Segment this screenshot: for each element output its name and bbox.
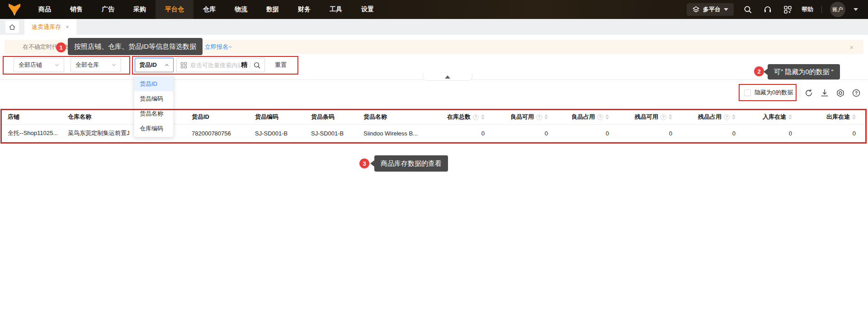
nav-item[interactable]: 销售 <box>61 0 92 19</box>
column-label: 良品可用 <box>510 113 534 121</box>
column-label: 在库总数 <box>447 113 471 121</box>
tab-close-icon[interactable]: × <box>66 23 69 30</box>
sort-icon[interactable] <box>852 114 856 120</box>
batch-search-box[interactable]: 精 <box>176 58 265 72</box>
col-warehouse-name[interactable]: 仓库名称 <box>61 110 129 124</box>
shop-select-value: 全部店铺 <box>19 61 42 69</box>
chevron-up-icon <box>165 63 169 67</box>
table-row[interactable]: 全托--Shop11025... 菜鸟东莞定制集运前置JI... 7820007… <box>1 125 867 142</box>
tooltip-text: 按照店铺、仓库、货品ID等信息筛选数据 <box>74 42 196 51</box>
apps-grid-icon[interactable] <box>782 4 793 15</box>
cell-item-code: SJ-SD001-B <box>249 125 305 142</box>
search-icon[interactable] <box>742 4 754 15</box>
annotation-tooltip-3: 商品库存数据的查看 <box>374 155 448 172</box>
reset-button[interactable]: 重置 <box>275 58 287 72</box>
sort-icon[interactable] <box>732 114 736 120</box>
cell-defect-occupied: 0 <box>680 125 744 142</box>
col-item-name[interactable]: 货品名称 <box>357 110 439 124</box>
col-item-code[interactable]: 货品编码 <box>249 110 305 124</box>
export-download-icon[interactable] <box>820 89 829 98</box>
sort-icon[interactable] <box>669 114 672 120</box>
account-button[interactable]: 账户 <box>830 2 845 17</box>
sort-icon[interactable] <box>788 114 792 120</box>
main-menu: 商品 销售 广告 采购 平台仓 仓库 物流 数据 财务 工具 设置 <box>29 0 383 19</box>
col-good-occupied[interactable]: 良品占用 ? <box>556 110 617 124</box>
nav-item[interactable]: 数据 <box>257 0 288 19</box>
col-defect-available[interactable]: 残品可用 ? <box>617 110 680 124</box>
sort-icon[interactable] <box>544 114 548 120</box>
help-icon[interactable]: ? <box>597 114 603 120</box>
refresh-icon[interactable] <box>804 89 813 98</box>
help-link[interactable]: 帮助 <box>802 5 813 14</box>
search-input[interactable] <box>190 62 240 69</box>
nav-item[interactable]: 工具 <box>320 0 352 19</box>
shop-select[interactable]: 全部店铺 <box>14 58 64 72</box>
nav-item[interactable]: 商品 <box>29 0 61 19</box>
inventory-table: 店铺 仓库名称 货品ID 货品编码 货品条码 货品名称 在库总数 ? 良品可用 … <box>1 110 867 142</box>
nav-item[interactable]: 设置 <box>352 0 383 19</box>
col-shop[interactable]: 店铺 <box>1 110 61 124</box>
divider <box>250 61 250 69</box>
cell-item-id: 782000780756 <box>185 125 249 142</box>
layers-icon <box>692 6 700 14</box>
dropdown-option[interactable]: 仓库编码 <box>134 121 173 136</box>
nav-item[interactable]: 财务 <box>288 0 320 19</box>
col-item-id[interactable]: 货品ID <box>185 110 249 124</box>
exact-match-toggle[interactable]: 精 <box>241 61 247 69</box>
banner-signup-link[interactable]: 立即报名~ <box>205 43 232 51</box>
col-good-available[interactable]: 良品可用 ? <box>493 110 556 124</box>
home-tab-button[interactable] <box>5 21 19 33</box>
cell-shop: 全托--Shop11025... <box>1 125 61 142</box>
cell-item-name: Siindoo Wireless B... <box>357 125 439 142</box>
nav-item[interactable]: 采购 <box>124 0 156 19</box>
nav-item-active[interactable]: 平台仓 <box>156 0 193 19</box>
chevron-down-icon <box>724 8 728 11</box>
chevron-down-icon <box>55 63 59 67</box>
col-total-stock[interactable]: 在库总数 ? <box>439 110 493 124</box>
help-icon[interactable]: ? <box>536 114 542 120</box>
help-icon[interactable]: ? <box>473 114 479 120</box>
col-item-barcode[interactable]: 货品条码 <box>305 110 357 124</box>
collapse-filter-handle[interactable] <box>423 73 472 81</box>
warehouse-select[interactable]: 全部仓库 <box>71 58 121 72</box>
tab-aliexpress-inventory[interactable]: 速卖通库存 × <box>24 19 76 35</box>
top-navbar: 商品 销售 广告 采购 平台仓 仓库 物流 数据 财务 工具 设置 多平台 <box>0 0 868 19</box>
home-icon <box>9 23 16 31</box>
warehouse-select-value: 全部仓库 <box>75 61 99 69</box>
cell-good-available: 0 <box>493 125 556 142</box>
account-label: 账户 <box>832 6 843 14</box>
nav-item[interactable]: 物流 <box>225 0 257 19</box>
navbar-right: 多平台 <box>687 2 868 17</box>
sort-icon[interactable] <box>605 114 609 120</box>
col-inbound-transit[interactable]: 入库在途 <box>744 110 800 124</box>
dropdown-option-selected[interactable]: 货品ID <box>134 76 173 91</box>
hide-zero-checkbox[interactable]: 隐藏为0的数据 <box>744 89 793 97</box>
collapse-arrow-icon <box>445 75 450 79</box>
annotation-tooltip-2: 可” 隐藏为0的数据 “ <box>768 64 840 79</box>
banner-close-icon[interactable]: × <box>849 43 854 51</box>
settings-gear-icon[interactable] <box>836 89 845 98</box>
search-type-select[interactable]: 货品ID <box>135 58 174 72</box>
annotation-badge-2: 2 <box>754 66 764 76</box>
fox-logo-icon <box>7 3 22 16</box>
headset-icon[interactable] <box>762 4 774 15</box>
search-type-value: 货品ID <box>139 61 157 69</box>
nav-item[interactable]: 仓库 <box>193 0 225 19</box>
dropdown-option[interactable]: 货品名称 <box>134 106 173 121</box>
checkbox-icon[interactable] <box>744 89 751 96</box>
magnifier-icon[interactable] <box>253 61 261 69</box>
sort-icon[interactable] <box>481 114 485 120</box>
nav-item[interactable]: 广告 <box>92 0 124 19</box>
dropdown-option[interactable]: 货品编码 <box>134 91 173 106</box>
col-defect-occupied[interactable]: 残品占用 ? <box>680 110 744 124</box>
account-chevron-icon[interactable] <box>854 8 858 11</box>
tooltip-arrow-icon <box>370 160 374 167</box>
column-label: 良品占用 <box>571 113 595 121</box>
multi-platform-selector[interactable]: 多平台 <box>687 3 734 16</box>
help-icon[interactable]: ? <box>660 114 666 120</box>
search-type-dropdown: 货品ID 货品编码 货品名称 仓库编码 <box>134 75 174 137</box>
col-outbound-transit[interactable]: 出库在途 <box>800 110 864 124</box>
help-circle-icon[interactable]: ? <box>852 89 861 98</box>
app-logo[interactable] <box>0 3 29 16</box>
help-icon[interactable]: ? <box>724 114 730 120</box>
